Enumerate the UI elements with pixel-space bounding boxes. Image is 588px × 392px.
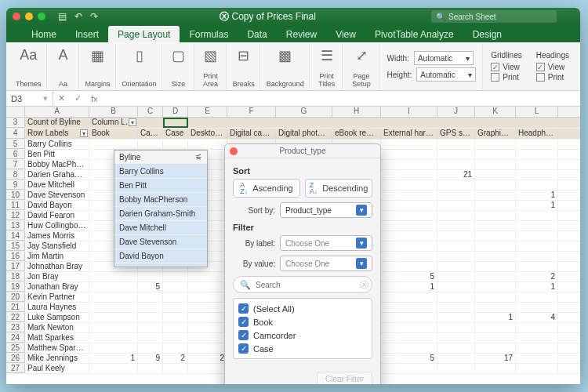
row-label[interactable]: Bobby MacPherson (25, 160, 89, 169)
cell[interactable] (516, 170, 558, 180)
row-label[interactable]: Ben Pitt (25, 150, 89, 159)
pivot-col-book[interactable]: Book (89, 129, 138, 139)
row-label[interactable]: Kevin Partner (25, 292, 89, 302)
cell[interactable] (475, 170, 516, 180)
page-setup-button[interactable]: ⤢Page Setup (344, 44, 379, 89)
row-num[interactable]: 16 (6, 252, 25, 261)
cell[interactable]: 5 (138, 282, 163, 292)
cell[interactable] (437, 354, 475, 363)
column-labels-cell[interactable]: Column Labels▾ (89, 118, 138, 128)
row-num[interactable]: 5 (6, 140, 25, 149)
cell[interactable]: 2 (516, 272, 558, 281)
row-num[interactable]: 23 (6, 323, 25, 332)
cell[interactable] (381, 313, 437, 322)
cell[interactable] (89, 333, 138, 343)
byline-option[interactable]: David Bayon (114, 249, 207, 263)
cell[interactable] (516, 292, 558, 302)
pivot-col-case[interactable]: Case (163, 129, 188, 139)
cell[interactable] (516, 252, 558, 261)
cell[interactable] (89, 140, 138, 149)
cell[interactable] (437, 252, 475, 261)
row-label[interactable]: Barry Collins (25, 140, 89, 149)
undo-icon[interactable]: ↶ (74, 11, 82, 22)
cell[interactable]: 21 (437, 170, 475, 180)
cell[interactable] (516, 303, 558, 312)
cell[interactable] (475, 221, 516, 230)
cell[interactable] (437, 231, 475, 241)
cell[interactable] (516, 231, 558, 241)
cell[interactable] (381, 323, 437, 332)
cell[interactable] (163, 333, 188, 343)
pivot-col-ebook-reader[interactable]: eBook reader (332, 129, 381, 139)
cell[interactable]: 1 (381, 282, 437, 292)
cell[interactable] (89, 364, 138, 373)
cell[interactable] (437, 241, 475, 251)
tab-design[interactable]: Design (463, 26, 511, 42)
cell[interactable]: 2 (188, 354, 227, 363)
fx-icon[interactable]: fx (86, 94, 103, 103)
cell[interactable] (475, 201, 516, 210)
cell[interactable] (437, 221, 475, 230)
cell[interactable] (475, 231, 516, 241)
tab-review[interactable]: Review (277, 26, 326, 42)
cell[interactable] (516, 140, 558, 149)
cell[interactable]: 1 (516, 201, 558, 210)
cell[interactable] (475, 241, 516, 251)
row-label[interactable]: Dave Mitchell (25, 180, 89, 190)
row-num[interactable]: 20 (6, 292, 25, 302)
row-num[interactable]: 13 (6, 221, 25, 230)
background-button[interactable]: ▩Background (262, 44, 310, 89)
row-num[interactable]: 8 (6, 170, 25, 180)
cell[interactable] (516, 343, 558, 353)
cell[interactable] (188, 292, 227, 302)
cell[interactable] (437, 191, 475, 200)
margins-button[interactable]: ▦Margins (81, 44, 116, 89)
row-num[interactable]: 12 (6, 211, 25, 220)
pivot-col-graphics-card[interactable]: Graphics card (475, 129, 516, 139)
col-header-A[interactable]: A (25, 107, 89, 117)
cell[interactable] (188, 313, 227, 322)
cell[interactable]: 5 (381, 272, 437, 281)
cell[interactable]: 2 (163, 354, 188, 363)
cell[interactable] (381, 292, 437, 302)
cell[interactable] (475, 323, 516, 332)
cell[interactable]: 1 (475, 313, 516, 322)
cell[interactable] (381, 191, 437, 200)
pivot-col-headphones[interactable]: Headphones (516, 129, 558, 139)
cell[interactable] (163, 313, 188, 322)
cell[interactable] (437, 292, 475, 302)
cell[interactable] (188, 323, 227, 332)
row-label[interactable]: Jim Martin (25, 252, 89, 261)
col-header-C[interactable]: C (138, 107, 163, 117)
selected-cell-d3[interactable] (163, 118, 188, 128)
tab-home[interactable]: Home (22, 26, 66, 42)
row-label[interactable]: Matt Sparkes (25, 333, 89, 343)
cell[interactable] (138, 140, 163, 149)
cell[interactable] (475, 333, 516, 343)
row-num[interactable]: 10 (6, 191, 25, 200)
row-label[interactable]: David Bayon (25, 201, 89, 210)
cell[interactable] (188, 364, 227, 373)
worksheet[interactable]: ABCDEFGHIJKL 3 Count of Byline Column La… (6, 107, 580, 384)
cell[interactable] (475, 252, 516, 261)
cell[interactable]: 1 (89, 354, 138, 363)
cell[interactable] (163, 282, 188, 292)
cell[interactable] (138, 303, 163, 312)
cell[interactable] (381, 252, 437, 261)
pivot-col-digital-camera[interactable]: Digital camera (227, 129, 276, 139)
cell[interactable] (516, 150, 558, 159)
col-header-G[interactable]: G (276, 107, 332, 117)
cell[interactable] (437, 364, 475, 373)
height-select[interactable]: Automatic▾ (416, 67, 476, 82)
cell[interactable] (89, 282, 138, 292)
cell[interactable] (437, 343, 475, 353)
cell[interactable] (437, 140, 475, 149)
headings-view-check[interactable]: ✓View (536, 63, 569, 71)
cell[interactable] (516, 211, 558, 220)
col-header-D[interactable]: D (163, 107, 188, 117)
filter-option[interactable]: ✓(Select All) (238, 302, 367, 315)
cell[interactable] (381, 241, 437, 251)
tab-data[interactable]: Data (238, 26, 276, 42)
col-header-B[interactable]: B (89, 107, 138, 117)
row-num[interactable]: 15 (6, 241, 25, 251)
